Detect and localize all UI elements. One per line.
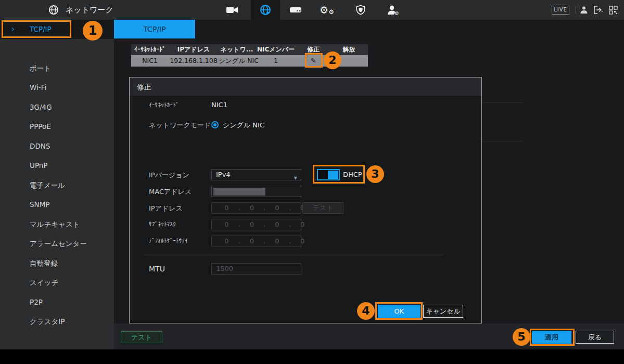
sidebar-item-pppoe[interactable]: PPPoE xyxy=(0,117,114,136)
camera-nav-icon[interactable] xyxy=(220,0,245,20)
chevron-right-icon: › xyxy=(11,20,15,39)
topbar: ネットワーク ⚙⚙ xyxy=(0,0,624,20)
default-gateway-label: ﾃﾞﾌｫﾙﾄｹﾞｰﾄｳｪｲ xyxy=(149,237,188,244)
modify-dialog: 修正 ｲｰｻﾈｯﾄｶｰﾄﾞ NIC1 ネットワークモード シングル NIC IP… xyxy=(129,77,482,323)
dialog-divider xyxy=(144,255,443,255)
sidebar-item-multicast[interactable]: マルチキャスト xyxy=(0,215,114,234)
apply-button[interactable]: 適用 xyxy=(532,331,571,344)
dhcp-toggle[interactable] xyxy=(317,169,340,180)
mtu-field[interactable]: 1500 xyxy=(211,263,301,275)
network-nav-active[interactable] xyxy=(251,0,280,20)
account-nav-icon[interactable]: ⚙ xyxy=(380,0,405,20)
sidebar: › TCP/IP ポート Wi-Fi 3G/4G PPPoE DDNS UPnP… xyxy=(0,20,114,349)
subnet-mask-label: ｻﾌﾞﾈｯﾄﾏｽｸ xyxy=(149,220,176,228)
cell-ip: 192.168.1.108 xyxy=(169,55,219,67)
security-nav-icon[interactable] xyxy=(348,0,373,20)
col-ip-address: IPアドレス xyxy=(169,44,219,55)
topbar-divider xyxy=(576,6,576,14)
screen: ネットワーク ⚙⚙ xyxy=(0,0,624,364)
nic-table-header: ｲｰｻﾈｯﾄｶｰﾄﾞ IPアドレス ネットワ... NICメンバー 修正 解放 xyxy=(131,44,368,55)
sidebar-item-email[interactable]: 電子メール xyxy=(0,176,114,195)
ethernet-card-label: ｲｰｻﾈｯﾄｶｰﾄﾞ xyxy=(149,101,179,109)
chevron-down-icon: ▼ xyxy=(294,173,297,184)
logout-icon[interactable] xyxy=(590,0,606,20)
mtu-label: MTU xyxy=(149,265,165,273)
mac-redaction xyxy=(213,188,265,196)
back-button[interactable]: 戻る xyxy=(576,331,614,344)
ip-address-field[interactable]: 0 . 0 . 0 . 0 xyxy=(211,202,301,214)
test-button[interactable]: テスト xyxy=(121,331,162,343)
ip-test-button[interactable]: テスト xyxy=(302,202,343,214)
edit-icon[interactable]: ✎ xyxy=(297,55,330,67)
dhcp-label: DHCP xyxy=(343,171,362,178)
bottom-black-strip xyxy=(0,349,624,364)
system-nav-icon[interactable]: ⚙⚙ xyxy=(314,0,339,20)
network-globe-icon xyxy=(48,4,59,16)
ip-address-label: IPアドレス xyxy=(149,204,183,213)
sidebar-item-3g4g[interactable]: 3G/4G xyxy=(0,98,114,117)
ok-button[interactable]: OK xyxy=(378,305,421,318)
background-divider xyxy=(482,102,522,103)
cell-mode: シングル NIC xyxy=(219,55,255,67)
sidebar-item-ddns[interactable]: DDNS xyxy=(0,137,114,156)
storage-nav-icon[interactable] xyxy=(283,0,308,20)
dialog-title: 修正 xyxy=(130,77,481,96)
sidebar-item-label: TCP/IP xyxy=(30,25,52,33)
default-gateway-field[interactable]: 0 . 0 . 0 . 0 xyxy=(211,236,301,247)
background-divider xyxy=(482,141,522,141)
svg-text:⚙: ⚙ xyxy=(394,10,399,16)
sidebar-item-auto-register[interactable]: 自動登録 xyxy=(0,254,114,273)
col-nic-member: NICメンバー xyxy=(255,44,297,55)
single-nic-label: シングル NIC xyxy=(223,121,264,130)
cancel-button[interactable]: キャンセル xyxy=(423,305,463,318)
col-unbind: 解放 xyxy=(330,44,368,55)
col-ethernet-card: ｲｰｻﾈｯﾄｶｰﾄﾞ xyxy=(131,44,169,55)
sidebar-item-upnp[interactable]: UPnP xyxy=(0,156,114,175)
sidebar-item-cluster-ip[interactable]: クラスタIP xyxy=(0,312,114,331)
qr-code-icon[interactable] xyxy=(605,0,621,20)
sidebar-item-switch[interactable]: スイッチ xyxy=(0,273,114,292)
footer-bar: テスト 適用 戻る xyxy=(114,323,624,349)
toggle-knob xyxy=(328,171,338,179)
sidebar-item-alarm-center[interactable]: アラームセンター xyxy=(0,234,114,253)
table-row-nic1[interactable]: NIC1 192.168.1.108 シングル NIC 1 ✎ xyxy=(131,55,368,67)
sidebar-item-p2p[interactable]: P2P xyxy=(0,293,114,312)
tab-tcpip[interactable]: TCP/IP xyxy=(114,20,195,38)
sidebar-item-wifi[interactable]: Wi-Fi xyxy=(0,78,114,97)
sidebar-item-tcpip[interactable]: › TCP/IP xyxy=(0,20,114,39)
user-icon[interactable] xyxy=(577,0,591,20)
network-nav-icon xyxy=(259,4,272,16)
single-nic-radio[interactable] xyxy=(211,121,219,128)
ethernet-card-value: NIC1 xyxy=(211,101,227,109)
sidebar-item-port[interactable]: ポート xyxy=(0,59,114,78)
col-edit: 修正 xyxy=(297,44,330,55)
mac-address-label: MACアドレス xyxy=(149,187,192,197)
sidebar-item-snmp[interactable]: SNMP xyxy=(0,195,114,214)
col-network-mode: ネットワ... xyxy=(219,44,255,55)
subnet-mask-field[interactable]: 0 . 0 . 0 . 0 xyxy=(211,219,301,230)
ip-version-select[interactable]: IPv4 ▼ xyxy=(211,169,301,180)
network-mode-label: ネットワークモード xyxy=(149,121,211,130)
ip-version-label: IPバージョン xyxy=(149,171,189,180)
cell-members: 1 xyxy=(255,55,297,67)
cell-nic: NIC1 xyxy=(131,55,169,67)
ip-version-value: IPv4 xyxy=(216,171,231,178)
page-title: ネットワーク xyxy=(66,0,113,20)
mac-address-field[interactable] xyxy=(211,186,301,197)
nic-table: ｲｰｻﾈｯﾄｶｰﾄﾞ IPアドレス ネットワ... NICメンバー 修正 解放 … xyxy=(131,44,368,67)
cell-unbind xyxy=(330,55,368,67)
live-button[interactable]: LIVE xyxy=(552,5,569,15)
